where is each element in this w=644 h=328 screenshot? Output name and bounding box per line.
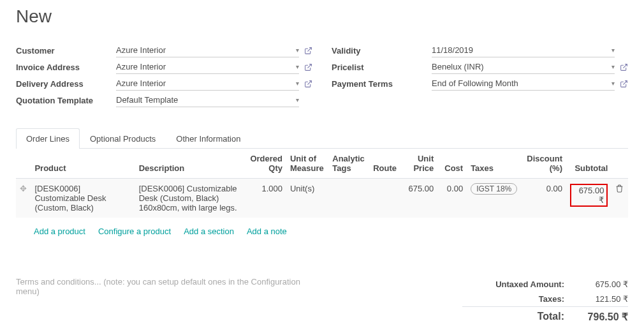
- quotation-template-value: Default Template: [116, 95, 178, 105]
- col-route: Route: [369, 149, 402, 179]
- chevron-down-icon: ▾: [611, 63, 615, 70]
- add-product-link[interactable]: Add a product: [34, 227, 85, 236]
- line-unit-price[interactable]: 675.00: [402, 179, 437, 218]
- label-invoice-address: Invoice Address: [16, 63, 116, 72]
- form-col-left: Customer Azure Interior ▾ Invoice Addres…: [16, 43, 312, 109]
- trash-icon[interactable]: [611, 179, 628, 218]
- line-route[interactable]: [369, 179, 402, 218]
- validity-value: 11/18/2019: [432, 45, 473, 55]
- untaxed-label: Untaxed Amount:: [462, 280, 577, 289]
- chevron-down-icon: ▾: [296, 80, 299, 87]
- external-link-icon[interactable]: [304, 46, 312, 56]
- configure-product-link[interactable]: Configure a product: [98, 227, 171, 236]
- customer-input[interactable]: Azure Interior ▾: [116, 43, 299, 57]
- line-qty[interactable]: 1.000: [245, 179, 286, 218]
- col-taxes: Taxes: [467, 149, 522, 179]
- external-link-icon[interactable]: [304, 79, 312, 89]
- add-note-link[interactable]: Add a note: [247, 227, 287, 236]
- tax-pill[interactable]: IGST 18%: [471, 183, 517, 195]
- line-cost[interactable]: 0.00: [437, 179, 467, 218]
- form-top: Customer Azure Interior ▾ Invoice Addres…: [16, 43, 628, 109]
- label-pricelist: Pricelist: [332, 63, 432, 72]
- payment-terms-value: End of Following Month: [432, 78, 518, 88]
- drag-handle-icon[interactable]: ✥: [16, 179, 31, 218]
- external-link-icon[interactable]: [304, 63, 312, 72]
- col-analytic: AnalyticTags: [328, 149, 369, 179]
- customer-value: Azure Interior: [116, 45, 166, 55]
- col-uom: Unit ofMeasure: [286, 149, 328, 179]
- chevron-down-icon: ▾: [296, 63, 299, 70]
- total-value: 796.50 ₹: [577, 311, 628, 323]
- delivery-address-input[interactable]: Azure Interior ▾: [116, 77, 299, 91]
- tab-order-lines[interactable]: Order Lines: [16, 128, 80, 149]
- col-product: Product: [31, 149, 135, 179]
- col-discount: Discount(%): [522, 149, 566, 179]
- line-uom[interactable]: Unit(s): [286, 179, 328, 218]
- untaxed-value: 675.00 ₹: [577, 280, 628, 289]
- chevron-down-icon: ▾: [296, 96, 299, 103]
- pricelist-value: Benelux (INR): [432, 62, 484, 71]
- order-lines-table: Product Description OrderedQty Unit ofMe…: [16, 149, 628, 245]
- line-analytic[interactable]: [328, 179, 369, 218]
- quotation-template-input[interactable]: Default Template ▾: [116, 93, 299, 107]
- pricelist-input[interactable]: Benelux (INR) ▾: [432, 60, 615, 74]
- invoice-address-value: Azure Interior: [116, 62, 166, 71]
- tabs: Order Lines Optional Products Other Info…: [16, 128, 628, 149]
- tab-other-information[interactable]: Other Information: [166, 128, 251, 149]
- col-subtotal: Subtotal: [566, 149, 611, 179]
- form-col-right: Validity 11/18/2019 ▾ Pricelist Benelux …: [332, 43, 628, 109]
- label-payment-terms: Payment Terms: [332, 79, 432, 89]
- total-label: Total:: [462, 311, 577, 323]
- chevron-down-icon: ▾: [611, 80, 615, 87]
- label-validity: Validity: [332, 46, 432, 56]
- terms-input[interactable]: Terms and conditions... (note: you can s…: [16, 277, 309, 328]
- line-subtotal: 675.00 ₹: [566, 179, 611, 218]
- taxes-label: Taxes:: [462, 294, 577, 304]
- col-description: Description: [135, 149, 245, 179]
- invoice-address-input[interactable]: Azure Interior ▾: [116, 60, 299, 74]
- label-customer: Customer: [16, 46, 116, 56]
- totals: Untaxed Amount: 675.00 ₹ Taxes: 121.50 ₹…: [462, 277, 628, 328]
- line-taxes[interactable]: IGST 18%: [467, 179, 522, 218]
- taxes-value: 121.50 ₹: [577, 294, 628, 304]
- line-product[interactable]: [DESK0006] Customizable Desk (Custom, Bl…: [31, 179, 135, 218]
- tab-optional-products[interactable]: Optional Products: [80, 128, 166, 149]
- delivery-address-value: Azure Interior: [116, 78, 166, 88]
- page-title: New: [16, 6, 628, 27]
- col-cost: Cost: [437, 149, 467, 179]
- line-description[interactable]: [DESK0006] Customizable Desk (Custom, Bl…: [135, 179, 245, 218]
- external-link-icon[interactable]: [620, 63, 628, 72]
- external-link-icon[interactable]: [620, 79, 628, 89]
- chevron-down-icon: ▾: [296, 47, 299, 54]
- validity-input[interactable]: 11/18/2019 ▾: [432, 43, 615, 57]
- col-unit-price: UnitPrice: [402, 149, 437, 179]
- label-quotation-template: Quotation Template: [16, 96, 116, 105]
- payment-terms-input[interactable]: End of Following Month ▾: [432, 77, 615, 91]
- table-row[interactable]: ✥ [DESK0006] Customizable Desk (Custom, …: [16, 179, 628, 218]
- line-discount[interactable]: 0.00: [522, 179, 566, 218]
- chevron-down-icon: ▾: [611, 47, 615, 54]
- col-ordered-qty: OrderedQty: [245, 149, 286, 179]
- label-delivery-address: Delivery Address: [16, 79, 116, 89]
- add-section-link[interactable]: Add a section: [184, 227, 234, 236]
